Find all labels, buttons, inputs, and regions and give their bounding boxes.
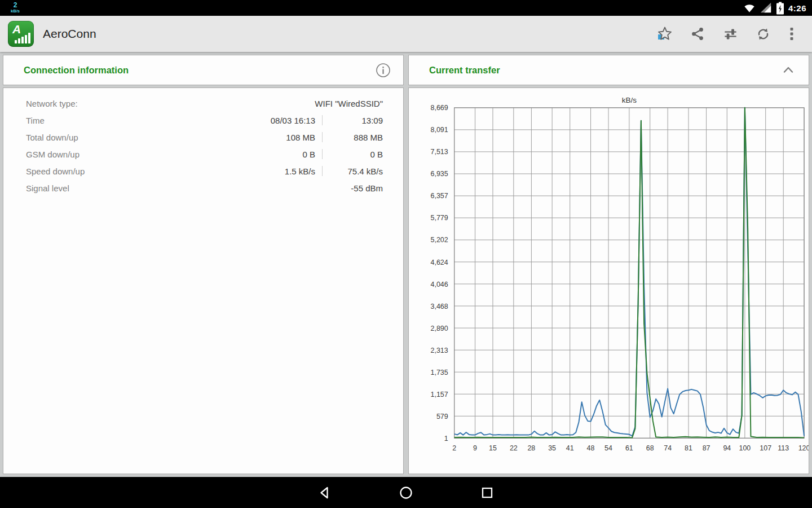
svg-text:48: 48 [587,444,595,452]
svg-text:61: 61 [625,444,633,452]
svg-text:2,313: 2,313 [431,347,448,354]
svg-text:87: 87 [703,444,710,452]
app-toolbar: A AeroConn [0,16,812,52]
value-divider [322,166,323,176]
transfer-chart: 15791,1571,7352,3132,8903,4684,0464,6245… [409,88,809,474]
app-title: AeroConn [43,27,96,41]
app-logo-icon: A [8,21,34,47]
svg-text:74: 74 [664,444,672,452]
info-row-time: Time 08/03 16:1313:09 [3,112,403,129]
svg-text:2,890: 2,890 [431,325,448,332]
svg-text:4,624: 4,624 [431,259,448,266]
svg-text:9: 9 [473,444,477,452]
info-row-speed: Speed down/up 1.5 kB/s75.4 kB/s [3,163,403,179]
wifi-icon [743,2,756,14]
svg-text:5,779: 5,779 [431,214,448,222]
svg-text:54: 54 [604,444,612,452]
value-divider [322,132,323,142]
info-value-up: 888 MB [329,133,383,142]
svg-text:kB/s: kB/s [622,96,637,104]
info-row-signal: Signal level -55 dBm [3,179,403,196]
back-button[interactable] [284,477,365,508]
svg-text:1,735: 1,735 [431,369,448,376]
info-value-down: 1.5 kB/s [231,167,315,176]
home-button[interactable] [365,477,447,508]
svg-text:1,157: 1,157 [431,391,448,398]
svg-text:2: 2 [452,444,456,452]
transfer-chart-body: 15791,1571,7352,3132,8903,4684,0464,6245… [408,87,809,474]
svg-text:100: 100 [739,444,751,452]
current-transfer-title: Current transfer [429,65,500,76]
info-value-down: 08/03 16:13 [231,116,315,125]
svg-text:81: 81 [685,444,692,452]
info-label: Speed down/up [26,167,231,176]
overflow-menu-button[interactable] [779,20,804,47]
current-transfer-header[interactable]: Current transfer [408,55,809,85]
info-value-down: 108 MB [231,133,315,142]
svg-text:3,468: 3,468 [431,303,448,310]
info-row-total: Total down/up 108 MB888 MB [3,129,403,146]
svg-text:579: 579 [436,413,448,421]
info-button[interactable] [370,58,395,82]
rate-app-button[interactable] [648,20,681,47]
android-screen: 2 kB/s 4:26 [0,0,812,508]
value-divider [322,149,323,159]
svg-text:6,357: 6,357 [431,192,448,200]
info-label: Signal level [26,183,231,193]
svg-text:7,513: 7,513 [431,148,448,156]
svg-text:15: 15 [489,444,497,452]
refresh-button[interactable] [747,20,779,47]
main-content: Connection information Network type: WIF… [0,52,812,477]
share-button[interactable] [681,20,714,47]
svg-text:4,046: 4,046 [431,281,448,288]
speed-notification-value: 2 [7,2,24,8]
settings-tune-button[interactable] [714,20,747,47]
info-value-up: 13:09 [329,116,383,125]
svg-text:22: 22 [510,444,518,452]
connection-info-title: Connection information [24,65,129,76]
connection-info-table: Network type: WIFI "WiredSSID" Time 08/0… [3,88,403,196]
svg-text:41: 41 [566,444,574,452]
svg-text:120: 120 [798,444,809,452]
connection-info-header[interactable]: Connection information [3,55,404,85]
svg-text:5,202: 5,202 [431,236,448,244]
info-value: -55 dBm [231,183,383,193]
status-clock: 4:26 [788,3,806,13]
recents-button[interactable] [447,477,528,508]
cellular-signal-icon [760,2,772,14]
svg-text:6,935: 6,935 [431,170,448,178]
svg-text:68: 68 [646,444,654,452]
info-label: Total down/up [26,133,231,142]
info-value: WIFI "WiredSSID" [231,99,383,108]
speed-notification-icon: 2 kB/s [7,1,24,14]
svg-text:8,669: 8,669 [431,104,448,112]
info-row-gsm: GSM down/up 0 B0 B [3,146,403,163]
info-label: GSM down/up [26,150,231,159]
connection-info-panel: Connection information Network type: WIF… [3,55,404,474]
svg-text:1: 1 [444,435,448,443]
svg-text:113: 113 [778,444,789,452]
navigation-bar [0,477,812,508]
info-row-network-type: Network type: WIFI "WiredSSID" [3,95,403,112]
speed-notification-unit: kB/s [7,9,24,14]
svg-text:28: 28 [527,444,535,452]
connection-info-body: Network type: WIFI "WiredSSID" Time 08/0… [3,87,404,474]
status-bar: 2 kB/s 4:26 [0,0,812,16]
info-value-up: 0 B [329,150,383,159]
value-divider [322,115,323,125]
info-value-down: 0 B [231,150,315,159]
info-label: Network type: [26,99,231,108]
svg-text:8,091: 8,091 [431,126,448,134]
info-label: Time [26,116,231,125]
svg-text:94: 94 [723,444,731,452]
collapse-button[interactable] [776,58,801,82]
battery-charging-icon [776,2,784,15]
current-transfer-panel: Current transfer 15791,1571,7352,3132,89… [408,55,809,474]
info-value-up: 75.4 kB/s [329,167,383,176]
svg-text:35: 35 [548,444,556,452]
svg-text:107: 107 [760,444,771,452]
